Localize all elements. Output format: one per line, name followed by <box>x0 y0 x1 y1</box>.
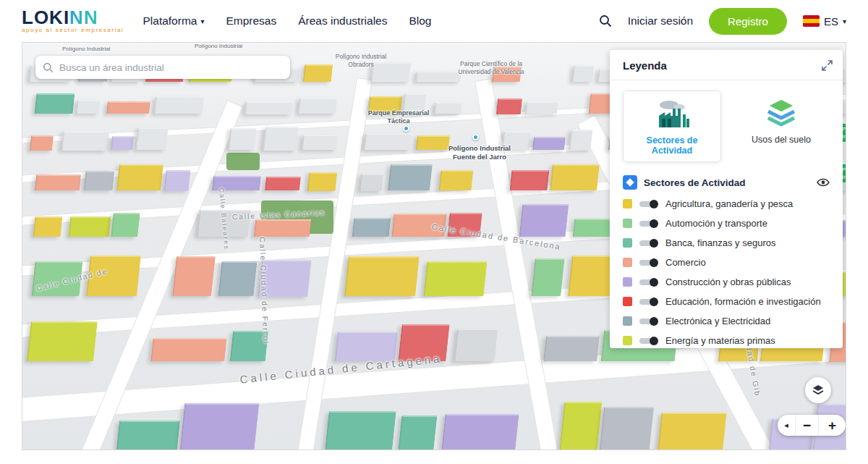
map-building <box>111 213 140 237</box>
map-building <box>441 414 519 450</box>
map-building <box>298 98 337 114</box>
map-building <box>344 256 420 296</box>
map-building <box>106 101 150 114</box>
search-icon[interactable] <box>599 14 612 28</box>
legend-color-swatch <box>623 219 632 228</box>
map-building <box>525 101 558 114</box>
tab-label: Usos del suelo <box>752 135 811 145</box>
legend-toggle[interactable] <box>639 279 657 285</box>
legend-tabs: Sectores de Actividad Usos del suelo <box>610 80 843 168</box>
map-building <box>218 261 258 296</box>
legend-toggle[interactable] <box>639 240 657 246</box>
map-building <box>658 413 727 450</box>
map-area-label: Parque Empresarial Táctica <box>365 109 432 126</box>
map-building <box>569 130 592 150</box>
map-building <box>424 261 488 296</box>
collapse-controls-button[interactable]: ◂ <box>778 415 795 436</box>
map-building <box>496 98 522 114</box>
page: LOKINN apoyo al sector empresarial Plata… <box>0 0 868 464</box>
map-building <box>33 216 63 237</box>
register-button[interactable]: Registro <box>709 8 787 35</box>
login-link[interactable]: Iniciar sesión <box>628 14 693 28</box>
map-building <box>510 170 549 190</box>
map-building <box>69 216 111 237</box>
zoom-in-button[interactable]: + <box>818 415 846 436</box>
map-building <box>454 329 498 361</box>
map-canvas[interactable]: Calle Islas Canarias Calle Baleares Call… <box>22 42 846 450</box>
nav-item-blog[interactable]: Blog <box>409 14 431 28</box>
nav-links: Plataforma▾ Empresas Áreas industriales … <box>142 14 431 28</box>
map-building <box>116 421 180 450</box>
legend-item-label: Agricultura, ganadería y pesca <box>665 198 793 209</box>
zoom-controls: ◂ − + <box>778 415 846 436</box>
map-area-label: Polígono Industrial <box>62 46 110 53</box>
zoom-out-button[interactable]: − <box>795 415 818 436</box>
map-building <box>364 133 412 150</box>
legend-toggle[interactable] <box>639 319 657 324</box>
map-area-label: Polígono Industrial Fuente del Jarro <box>439 144 520 161</box>
collapse-icon[interactable] <box>822 60 833 71</box>
map-building <box>135 127 169 150</box>
map-building <box>532 258 565 296</box>
legend-item-label: Banca, finanzas y seguros <box>665 237 775 248</box>
map-area-label: Polígono Industrial <box>195 43 242 50</box>
nav-item-areas-industriales[interactable]: Áreas industriales <box>298 14 387 28</box>
map-area-label: Polígono Industrial Obradors <box>328 53 394 68</box>
legend-item: Agricultura, ganadería y pesca <box>610 194 843 214</box>
map-building <box>164 170 191 191</box>
nav-item-plataforma[interactable]: Plataforma▾ <box>142 14 204 28</box>
language-selector[interactable]: ES ▾ <box>803 15 846 28</box>
layers-button[interactable] <box>805 377 831 403</box>
map-building <box>151 338 227 361</box>
eye-icon[interactable] <box>817 177 830 187</box>
top-navbar: LOKINN apoyo al sector empresarial Plata… <box>0 0 868 42</box>
map-building <box>83 171 114 190</box>
map-marker[interactable] <box>472 134 479 140</box>
map-building <box>307 172 337 191</box>
map-building <box>352 218 391 237</box>
map-marker[interactable] <box>403 125 409 132</box>
search-input[interactable] <box>59 62 283 73</box>
map-building <box>35 174 81 190</box>
legend-items: Agricultura, ganadería y pescaAutomoción… <box>610 194 843 348</box>
map-building <box>550 164 600 190</box>
map-search-bar <box>35 56 290 79</box>
logo-text: LOKINN <box>22 9 124 26</box>
logo-accent: NN <box>69 7 98 28</box>
layers-icon <box>762 98 800 130</box>
legend-toggle[interactable] <box>639 201 657 207</box>
tab-usos-del-suelo[interactable]: Usos del suelo <box>733 90 830 162</box>
map-building <box>180 403 260 450</box>
legend-item-label: Energía y materias primas <box>665 335 775 346</box>
legend-toggle[interactable] <box>639 221 657 227</box>
map-building <box>572 65 594 82</box>
legend-color-swatch <box>623 238 632 248</box>
spain-flag-icon <box>803 15 820 27</box>
layers-icon <box>812 384 825 396</box>
nav-item-empresas[interactable]: Empresas <box>226 14 276 28</box>
map-building <box>519 204 569 237</box>
tab-sectores-de-actividad[interactable]: Sectores de Actividad <box>623 90 721 162</box>
legend-header: Leyenda <box>610 50 843 80</box>
map-building <box>359 174 383 191</box>
legend-section-header: Sectores de Actividad <box>610 168 843 194</box>
map-building <box>76 100 101 114</box>
legend-toggle[interactable] <box>639 299 657 305</box>
legend-color-swatch <box>623 199 632 208</box>
legend-color-swatch <box>623 258 632 267</box>
map-building <box>34 93 75 114</box>
map-building <box>154 96 205 114</box>
legend-toggle[interactable] <box>639 338 657 344</box>
map-building <box>301 135 337 150</box>
legend-item: Construcción y obras públicas <box>610 272 843 292</box>
legend-color-swatch <box>623 336 632 345</box>
legend-item: Electrónica y Electricidad <box>610 311 843 331</box>
legend-toggle[interactable] <box>639 260 657 266</box>
tab-label: Sectores de Actividad <box>626 135 718 156</box>
map-building <box>228 128 256 150</box>
legend-color-swatch <box>623 297 632 306</box>
logo[interactable]: LOKINN apoyo al sector empresarial <box>22 9 124 33</box>
map-building <box>116 164 163 190</box>
legend-title: Leyenda <box>623 59 667 72</box>
legend-item: Energía y materias primas <box>610 331 843 348</box>
